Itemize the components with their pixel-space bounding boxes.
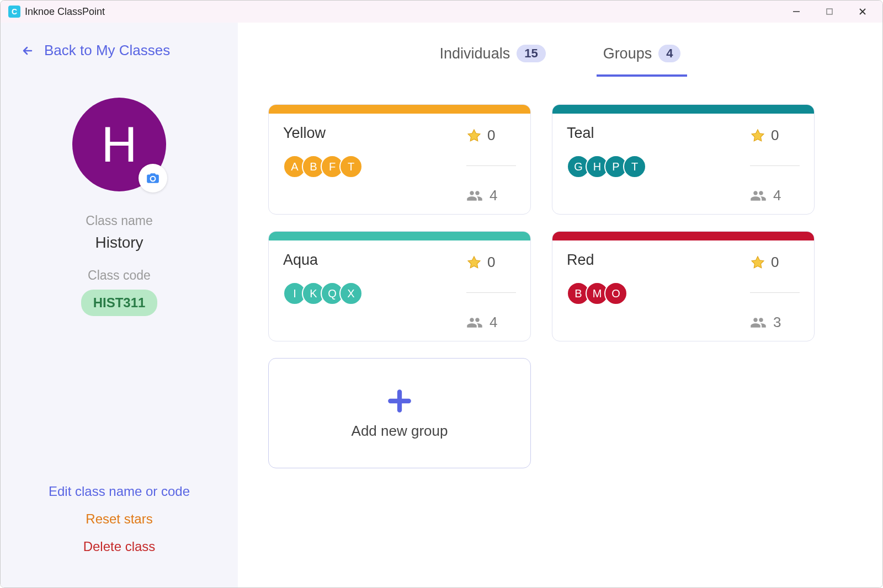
group-card-body: TealGHPT04 — [552, 114, 814, 214]
group-card-body: RedBMO03 — [552, 240, 814, 341]
back-to-classes-link[interactable]: Back to My Classes — [14, 42, 224, 59]
svg-rect-1 — [827, 9, 832, 14]
tabs: Individuals 15 Groups 4 — [257, 39, 863, 77]
class-info: H Class name History Class code HIST311 — [14, 98, 224, 316]
group-star-count: 0 — [750, 127, 779, 144]
divider — [750, 292, 800, 293]
group-member-count: 4 — [750, 187, 781, 204]
people-icon — [466, 314, 483, 331]
window-controls — [780, 1, 879, 23]
group-member-count: 4 — [466, 187, 497, 204]
star-icon — [466, 128, 482, 143]
member-chip: T — [623, 155, 646, 178]
tab-individuals-label: Individuals — [440, 45, 510, 62]
class-name-value: History — [95, 234, 143, 252]
group-color-bar — [552, 105, 814, 114]
sidebar: Back to My Classes H Class name History … — [1, 23, 238, 587]
arrow-left-icon — [21, 44, 34, 57]
tab-individuals[interactable]: Individuals 15 — [433, 39, 552, 77]
edit-class-link[interactable]: Edit class name or code — [49, 484, 190, 499]
group-card-red[interactable]: RedBMO03 — [552, 231, 815, 341]
groups-grid: YellowABFT04TealGHPT04AquaIKQX04RedBMO03… — [257, 104, 863, 468]
group-color-bar — [269, 232, 530, 240]
content: Back to My Classes H Class name History … — [1, 23, 882, 587]
divider — [750, 165, 800, 166]
member-chips: ABFT — [283, 155, 363, 178]
group-star-count: 0 — [750, 254, 779, 271]
plus-icon — [386, 387, 413, 415]
group-star-count: 0 — [466, 254, 495, 271]
group-name: Red — [567, 252, 627, 269]
people-icon — [750, 188, 767, 204]
divider — [466, 292, 516, 293]
group-name: Teal — [567, 125, 646, 142]
close-button[interactable] — [846, 1, 879, 23]
class-name-label: Class name — [86, 213, 152, 228]
maximize-button[interactable] — [813, 1, 846, 23]
member-chip: O — [604, 282, 627, 305]
class-code-label: Class code — [88, 268, 151, 283]
star-icon — [750, 255, 765, 270]
class-code-value: HIST311 — [81, 290, 158, 316]
member-chips: GHPT — [567, 155, 646, 178]
group-star-count: 0 — [466, 127, 495, 144]
tab-groups-label: Groups — [603, 45, 652, 62]
group-name: Aqua — [283, 252, 363, 269]
tab-individuals-count: 15 — [517, 45, 545, 62]
add-group-label: Add new group — [352, 423, 448, 440]
member-chips: IKQX — [283, 282, 363, 305]
star-icon — [750, 128, 765, 143]
change-avatar-button[interactable] — [139, 164, 167, 193]
back-link-label: Back to My Classes — [44, 42, 170, 59]
group-name: Yellow — [283, 125, 363, 142]
sidebar-actions: Edit class name or code Reset stars Dele… — [14, 484, 224, 565]
camera-icon — [146, 171, 160, 185]
minimize-button[interactable] — [780, 1, 813, 23]
group-card-body: YellowABFT04 — [269, 114, 530, 214]
group-member-count: 3 — [750, 314, 781, 331]
people-icon — [750, 314, 767, 331]
app-window: C Inknoe ClassPoint Back to My Classes H — [0, 0, 883, 588]
tab-groups[interactable]: Groups 4 — [597, 39, 688, 77]
delete-class-link[interactable]: Delete class — [83, 539, 156, 554]
add-group-button[interactable]: Add new group — [268, 358, 531, 468]
member-chips: BMO — [567, 282, 627, 305]
titlebar: C Inknoe ClassPoint — [1, 1, 882, 23]
group-color-bar — [552, 232, 814, 240]
group-card-yellow[interactable]: YellowABFT04 — [268, 104, 531, 215]
reset-stars-link[interactable]: Reset stars — [86, 511, 152, 527]
class-avatar-wrap: H — [72, 98, 166, 191]
group-color-bar — [269, 105, 530, 114]
titlebar-left: C Inknoe ClassPoint — [4, 6, 105, 18]
member-chip: X — [339, 282, 363, 305]
people-icon — [466, 188, 483, 204]
maximize-icon — [825, 7, 834, 16]
close-icon — [858, 7, 867, 16]
group-card-body: AquaIKQX04 — [269, 240, 530, 341]
window-title: Inknoe ClassPoint — [25, 6, 105, 18]
minimize-icon — [792, 7, 801, 16]
group-card-aqua[interactable]: AquaIKQX04 — [268, 231, 531, 341]
main-panel: Individuals 15 Groups 4 YellowABFT04Teal… — [238, 23, 882, 587]
divider — [466, 165, 516, 166]
star-icon — [466, 255, 482, 270]
group-card-teal[interactable]: TealGHPT04 — [552, 104, 815, 215]
group-member-count: 4 — [466, 314, 497, 331]
tab-groups-count: 4 — [658, 45, 680, 62]
app-icon: C — [8, 6, 20, 18]
member-chip: T — [339, 155, 363, 178]
